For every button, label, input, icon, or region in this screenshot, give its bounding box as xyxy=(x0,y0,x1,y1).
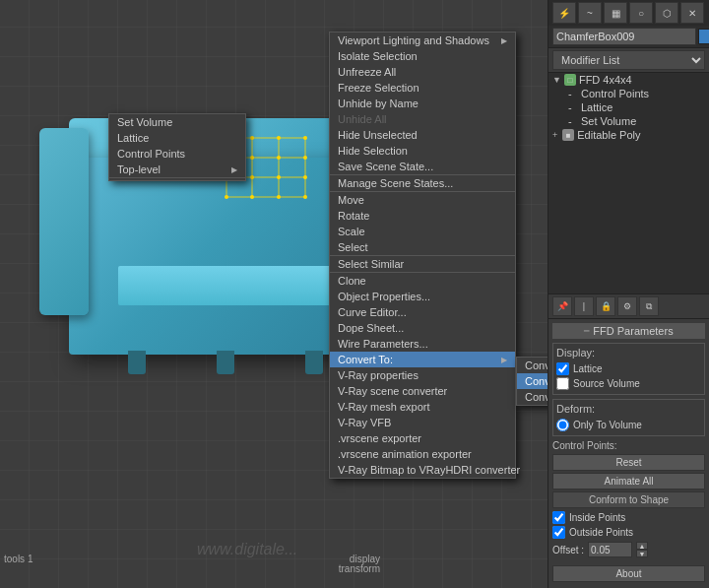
lattice-checkbox-label: Lattice xyxy=(573,363,602,374)
modifier-list-header: Modifier List xyxy=(548,48,709,73)
about-button[interactable]: About xyxy=(552,565,705,582)
svg-point-15 xyxy=(303,156,307,160)
offset-label: Offset : xyxy=(552,545,584,555)
menu-item-dope-sheet[interactable]: Dope Sheet... xyxy=(330,320,515,336)
conform-shape-button[interactable]: Conform to Shape xyxy=(552,491,705,508)
menu-item-scale[interactable]: Scale xyxy=(330,224,515,239)
control-points-label: Control Points xyxy=(581,88,649,99)
menu-item-convert-editable-mesh[interactable]: Convert to Editable Mesh xyxy=(517,358,548,373)
copy-icon[interactable]: ⧉ xyxy=(639,296,659,316)
main-context-menu[interactable]: Viewport Lighting and Shadows Isolate Se… xyxy=(329,32,516,479)
reset-button[interactable]: Reset xyxy=(552,454,705,471)
offset-spinner[interactable]: ▲ ▼ xyxy=(636,542,648,557)
menu-item-select-similar[interactable]: Select Similar xyxy=(330,255,515,272)
menu-item-vray-bitmap[interactable]: V-Ray Bitmap to VRayHDRI converter xyxy=(330,462,515,478)
left-context-menu[interactable]: Set Volume Lattice Control Points Top-le… xyxy=(108,113,246,181)
menu-item-convert-editable-patch[interactable]: Convert to Editable Patch xyxy=(517,389,548,405)
ffd-label: FFD 4x4x4 xyxy=(579,74,632,86)
convert-to-submenu[interactable]: Convert to Editable Mesh Convert to Edit… xyxy=(516,357,548,406)
modifier-item-set-volume[interactable]: - Set Volume xyxy=(548,114,709,128)
right-panel: ⚡ ~ ▦ ○ ⬡ ✕ Modifier List ▼ □ FFD 4x4x4 … xyxy=(548,0,709,588)
offset-input[interactable] xyxy=(588,542,632,557)
menu-item-control-points[interactable]: Control Points xyxy=(109,146,245,162)
panel-btn-6[interactable]: ✕ xyxy=(680,2,704,24)
menu-item-isolate-selection[interactable]: Isolate Selection xyxy=(330,48,515,64)
menu-item-set-volume[interactable]: Set Volume xyxy=(109,114,245,130)
outside-points-label: Outside Points xyxy=(569,527,633,538)
poly-expand-icon: + xyxy=(552,130,557,140)
menu-item-wire-parameters[interactable]: Wire Parameters... xyxy=(330,336,515,352)
display-group-title: Display: xyxy=(556,347,701,359)
lock-icon[interactable]: 🔒 xyxy=(596,296,615,316)
menu-item-save-scene-state[interactable]: Save Scene State... xyxy=(330,159,515,174)
menu-item-vrscene-anim-exporter[interactable]: .vrscene animation exporter xyxy=(330,446,515,462)
menu-item-viewport-lighting[interactable]: Viewport Lighting and Shadows xyxy=(330,33,515,48)
track-icon[interactable]: | xyxy=(574,296,594,316)
settings-icon[interactable]: ⚙ xyxy=(617,296,637,316)
inside-points-label: Inside Points xyxy=(569,512,625,523)
menu-item-hide-selection[interactable]: Hide Selection xyxy=(330,143,515,159)
panel-toolbar: ⚡ ~ ▦ ○ ⬡ ✕ xyxy=(548,0,709,26)
source-volume-label: Source Volume xyxy=(573,378,640,389)
menu-item-rotate[interactable]: Rotate xyxy=(330,208,515,224)
menu-item-select[interactable]: Select xyxy=(330,239,515,255)
modifier-item-control-points[interactable]: - Control Points xyxy=(548,87,709,100)
menu-item-convert-to[interactable]: Convert To: xyxy=(330,352,515,367)
menu-item-manage-scene-states[interactable]: Manage Scene States... xyxy=(330,174,515,191)
deform-group: Deform: Only To Volume xyxy=(552,399,705,436)
menu-item-vrscene-exporter[interactable]: .vrscene exporter xyxy=(330,430,515,446)
about-section: About xyxy=(548,561,709,588)
menu-item-convert-editable-poly[interactable]: Convert to Editable Poly xyxy=(517,373,548,389)
menu-item-curve-editor[interactable]: Curve Editor... xyxy=(330,304,515,320)
poly-icon: ■ xyxy=(562,129,574,141)
display-group: Display: Lattice Source Volume xyxy=(552,343,705,395)
offset-up[interactable]: ▲ xyxy=(636,542,648,550)
menu-item-top-level[interactable]: Top-level ▶ xyxy=(109,162,245,178)
menu-item-vray-mesh-export[interactable]: V-Ray mesh export xyxy=(330,399,515,415)
menu-item-lattice[interactable]: Lattice xyxy=(109,130,245,146)
source-volume-checkbox[interactable] xyxy=(556,377,569,390)
menu-item-vray-properties[interactable]: V-Ray properties xyxy=(330,367,515,383)
object-color-swatch[interactable] xyxy=(698,29,709,44)
menu-item-freeze-selection[interactable]: Freeze Selection xyxy=(330,80,515,96)
menu-item-object-properties[interactable]: Object Properties... xyxy=(330,289,515,304)
viewport-label: tools 1 xyxy=(4,554,32,564)
modifier-item-lattice[interactable]: - Lattice xyxy=(548,100,709,114)
menu-item-hide-unselected[interactable]: Hide Unselected xyxy=(330,127,515,143)
ffd-expand-icon: ▼ xyxy=(552,75,561,85)
only-to-volume-label: Only To Volume xyxy=(573,420,642,430)
modifier-item-ffd[interactable]: ▼ □ FFD 4x4x4 xyxy=(548,73,709,87)
offset-down[interactable]: ▼ xyxy=(636,550,648,557)
menu-item-unhide-by-name[interactable]: Unhide by Name xyxy=(330,96,515,111)
viewport: tools 1 display transform www.digitale..… xyxy=(0,0,548,588)
pin-icon[interactable]: 📌 xyxy=(552,296,572,316)
viewport-transform-label: transform xyxy=(339,563,380,574)
sofa-leg-3 xyxy=(305,351,323,374)
set-volume-label: Set Volume xyxy=(581,115,636,127)
menu-item-unfreeze-all[interactable]: Unfreeze All xyxy=(330,64,515,80)
menu-item-vray-scene-converter[interactable]: V-Ray scene converter xyxy=(330,383,515,399)
sofa-leg-2 xyxy=(217,351,234,374)
panel-btn-4[interactable]: ○ xyxy=(629,2,653,24)
only-to-volume-radio[interactable] xyxy=(556,419,569,431)
menu-item-clone[interactable]: Clone xyxy=(330,272,515,289)
animate-all-button[interactable]: Animate All xyxy=(552,473,705,490)
lattice-checkbox[interactable] xyxy=(556,362,569,375)
editable-poly-label: Editable Poly xyxy=(577,129,640,141)
panel-btn-1[interactable]: ⚡ xyxy=(552,2,576,24)
inside-points-checkbox[interactable] xyxy=(552,511,565,524)
modifier-list-dropdown[interactable]: Modifier List xyxy=(552,50,705,70)
panel-btn-5[interactable]: ⬡ xyxy=(655,2,678,24)
outside-points-checkbox[interactable] xyxy=(552,526,565,539)
menu-item-move[interactable]: Move xyxy=(330,191,515,208)
panel-btn-2[interactable]: ~ xyxy=(578,2,602,24)
modifier-item-editable-poly[interactable]: + ■ Editable Poly xyxy=(548,128,709,142)
ffd-icon: □ xyxy=(564,74,576,86)
outside-points-row: Outside Points xyxy=(552,525,705,540)
panel-btn-3[interactable]: ▦ xyxy=(604,2,627,24)
control-points-section-title: Control Points: xyxy=(552,440,705,451)
svg-point-19 xyxy=(303,175,307,179)
menu-item-unhide-all[interactable]: Unhide All xyxy=(330,111,515,127)
object-name-input[interactable] xyxy=(552,28,696,45)
menu-item-vray-vfb[interactable]: V-Ray VFB xyxy=(330,415,515,430)
